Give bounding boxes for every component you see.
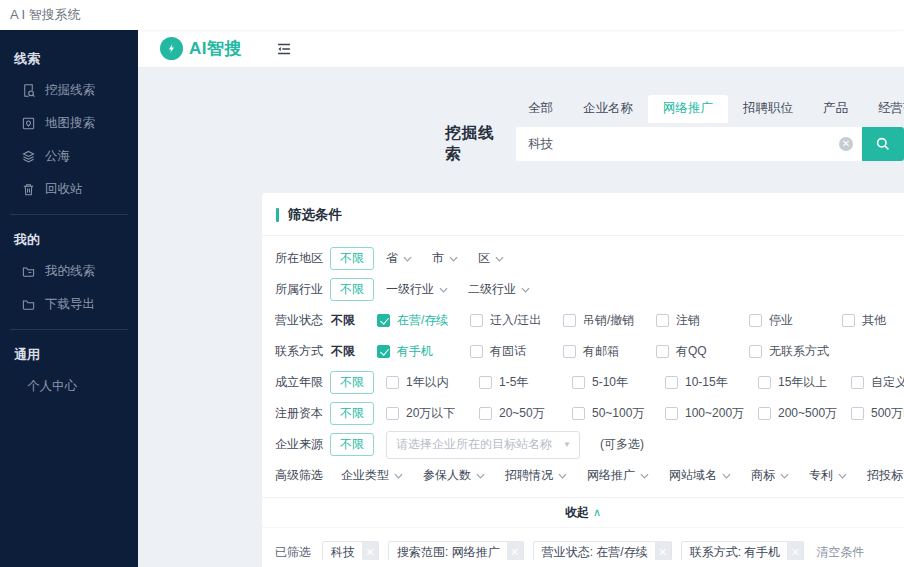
collapse-toggle[interactable]: 收起 ∧	[262, 497, 904, 528]
unlimited-option[interactable]: 不限	[330, 247, 374, 270]
filter-checkbox-label: 500万以上	[871, 405, 904, 422]
target-site-select[interactable]: 请选择企业所在的目标站名称▼	[386, 431, 580, 459]
search-scope-tab[interactable]: 全部	[513, 95, 568, 123]
filter-checkbox[interactable]: 有手机	[377, 343, 470, 360]
sidebar-section-title: 线索	[0, 42, 138, 74]
filter-checkbox[interactable]: 10-15年	[665, 374, 758, 391]
filter-checkbox[interactable]: 无联系方式	[749, 343, 842, 360]
search-button[interactable]	[862, 127, 904, 161]
filter-checkbox[interactable]: 自定义	[851, 374, 904, 391]
filter-dropdown[interactable]: 网站域名	[669, 467, 731, 484]
sidebar-item-label: 回收站	[45, 181, 83, 198]
filter-row-items: 请选择企业所在的目标站名称▼(可多选)	[386, 431, 904, 459]
filter-checkbox-label: 有QQ	[676, 343, 707, 360]
filter-dropdown[interactable]: 参保人数	[423, 467, 485, 484]
checkbox-box-icon	[749, 314, 762, 327]
filter-checkbox[interactable]: 200~500万	[758, 405, 851, 422]
app-logo[interactable]: AI智搜	[160, 37, 242, 60]
chevron-down-icon	[558, 473, 567, 479]
sidebar-item[interactable]: 公海	[0, 140, 138, 173]
sidebar-item[interactable]: 下载导出	[0, 288, 138, 321]
filter-checkbox[interactable]: 吊销/撤销	[563, 312, 656, 329]
chevron-down-icon	[449, 256, 458, 262]
filter-checkbox[interactable]: 有邮箱	[563, 343, 656, 360]
logo-icon	[160, 37, 183, 60]
search-scope-tab[interactable]: 经营范围	[863, 95, 904, 123]
filter-dropdown[interactable]: 招聘情况	[505, 467, 567, 484]
unlimited-option[interactable]: 不限	[329, 310, 365, 331]
multi-select-note: (可多选)	[600, 436, 644, 453]
checkbox-box-icon	[479, 407, 492, 420]
chevron-down-icon	[394, 473, 403, 479]
filter-checkbox[interactable]: 20~50万	[479, 405, 572, 422]
filter-dropdown[interactable]: 专利	[809, 467, 847, 484]
filter-checkbox[interactable]: 停业	[749, 312, 842, 329]
unlimited-option[interactable]: 不限	[329, 341, 365, 362]
unlimited-option[interactable]: 不限	[330, 278, 374, 301]
filter-checkbox[interactable]: 15年以上	[758, 374, 851, 391]
filter-row-items: 一级行业二级行业	[386, 281, 904, 298]
filter-dropdown[interactable]: 一级行业	[386, 281, 448, 298]
checkbox-box-icon	[665, 407, 678, 420]
filter-row: 营业状态不限在营/存续迁入/迁出吊销/撤销注销停业其他	[275, 305, 904, 336]
sidebar-item-label: 下载导出	[45, 296, 95, 313]
filter-dropdown-label: 区	[478, 250, 490, 267]
filter-checkbox-label: 10-15年	[685, 374, 728, 391]
sidebar-item-label: 地图搜索	[45, 115, 95, 132]
sidebar-divider	[10, 214, 128, 215]
filter-checkbox[interactable]: 500万以上	[851, 405, 904, 422]
chevron-down-icon	[722, 473, 731, 479]
search-scope-tab[interactable]: 网络推广	[648, 95, 728, 123]
filter-checkbox[interactable]: 1年以内	[386, 374, 479, 391]
sidebar-item[interactable]: 个人中心	[0, 370, 138, 403]
filter-checkbox[interactable]: 5-10年	[572, 374, 665, 391]
menu-fold-icon[interactable]	[276, 41, 292, 57]
filter-row: 所属行业不限一级行业二级行业	[275, 274, 904, 305]
checkbox-box-icon	[572, 376, 585, 389]
page-content: 全部企业名称网络推广招聘职位产品经营范围 挖掘线索 ✕ 筛选条件 所在地区不限省…	[138, 68, 904, 567]
filter-checkbox[interactable]: 有QQ	[656, 343, 749, 360]
filter-dropdown[interactable]: 二级行业	[468, 281, 530, 298]
sidebar-item[interactable]: 回收站	[0, 173, 138, 206]
filter-checkbox[interactable]: 其他	[842, 312, 904, 329]
filter-dropdown[interactable]: 省	[386, 250, 412, 267]
filter-checkbox-label: 在营/存续	[397, 312, 448, 329]
sidebar-item[interactable]: 地图搜索	[0, 107, 138, 140]
unlimited-option[interactable]: 不限	[330, 402, 374, 425]
search-scope-tab[interactable]: 产品	[808, 95, 863, 123]
filter-dropdown-label: 市	[432, 250, 444, 267]
filter-dropdown-label: 二级行业	[468, 281, 516, 298]
unlimited-option[interactable]: 不限	[330, 433, 374, 456]
filter-dropdown[interactable]: 企业类型	[341, 467, 403, 484]
sidebar-item[interactable]: 我的线索	[0, 255, 138, 288]
clear-filters-link[interactable]: 清空条件	[816, 544, 864, 561]
chevron-down-icon	[838, 473, 847, 479]
folder-export-icon	[21, 297, 36, 312]
filter-checkbox[interactable]: 100~200万	[665, 405, 758, 422]
filter-row-items: 企业类型参保人数招聘情况网络推广网站域名商标专利招投标公众号	[341, 467, 904, 484]
filter-dropdown[interactable]: 商标	[751, 467, 789, 484]
filter-dropdown[interactable]: 网络推广	[587, 467, 649, 484]
search-scope-tab[interactable]: 企业名称	[568, 95, 648, 123]
filter-checkbox[interactable]: 50~100万	[572, 405, 665, 422]
filter-dropdown[interactable]: 区	[478, 250, 504, 267]
filter-dropdown[interactable]: 招投标	[867, 467, 904, 484]
clear-input-icon[interactable]: ✕	[839, 137, 853, 151]
filter-checkbox-label: 无联系方式	[769, 343, 829, 360]
search-scope-tab[interactable]: 招聘职位	[728, 95, 808, 123]
sidebar-item[interactable]: 挖掘线索	[0, 74, 138, 107]
unlimited-option[interactable]: 不限	[330, 371, 374, 394]
checkbox-box-icon	[842, 314, 855, 327]
filter-checkbox[interactable]: 注销	[656, 312, 749, 329]
checkbox-box-icon	[386, 407, 399, 420]
tag-label: 营业状态: 在营/存续	[542, 544, 648, 561]
filter-checkbox[interactable]: 1-5年	[479, 374, 572, 391]
filter-checkbox[interactable]: 有固话	[470, 343, 563, 360]
filter-checkbox[interactable]: 20万以下	[386, 405, 479, 422]
filter-checkbox[interactable]: 迁入/迁出	[470, 312, 563, 329]
search-input[interactable]	[516, 127, 862, 161]
filter-checkbox[interactable]: 在营/存续	[377, 312, 470, 329]
filter-row-label: 注册资本	[275, 405, 325, 422]
filter-dropdown[interactable]: 市	[432, 250, 458, 267]
filter-row-items: 省市区	[386, 250, 904, 267]
